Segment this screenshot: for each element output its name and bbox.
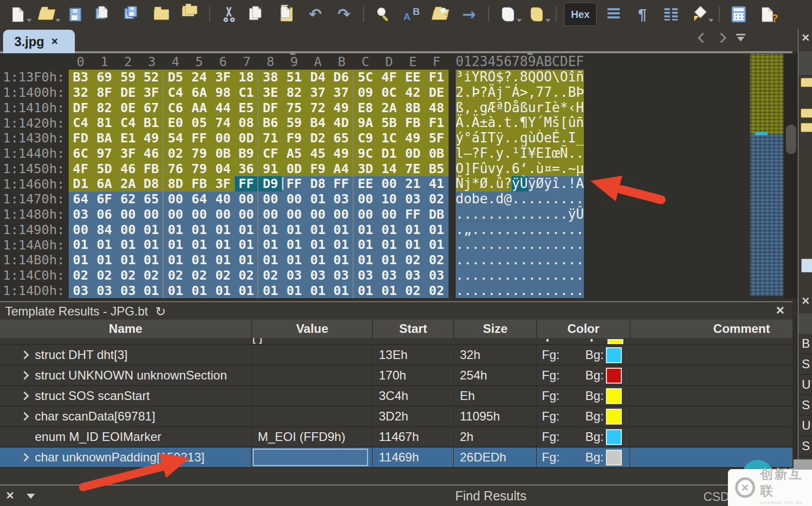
hex-byte-cell[interactable]: 49 (330, 100, 353, 116)
expand-chevron-icon[interactable] (21, 412, 29, 421)
tab-close-icon[interactable]: × (51, 36, 58, 47)
hex-byte-cell[interactable]: 03 (282, 268, 306, 283)
save-as-icon[interactable] (92, 4, 116, 25)
hex-byte-cell[interactable]: 00 (354, 207, 377, 222)
hex-byte-cell[interactable]: 02 (424, 192, 448, 207)
row-value-cell[interactable] (251, 448, 372, 467)
hex-byte-cell[interactable]: 0C (377, 85, 401, 100)
hex-byte-cell[interactable]: E1 (116, 131, 140, 146)
hex-byte-cell[interactable]: D8 (140, 176, 164, 192)
hex-byte-cell[interactable]: 02 (401, 283, 424, 299)
hex-byte-cell[interactable]: 01 (401, 222, 424, 238)
hex-byte-cell[interactable]: 03 (424, 268, 448, 283)
ascii-segment[interactable]: ..............ÿÛ (456, 207, 584, 222)
hex-byte-cell[interactable]: 01 (140, 252, 164, 268)
ascii-segment[interactable]: ³iYRÕ$?.8QÔÖ\Oîñ (456, 70, 584, 85)
new-file-icon[interactable] (6, 4, 30, 25)
hex-byte-cell[interactable]: 65 (140, 192, 164, 207)
hex-byte-cell[interactable]: 01 (306, 192, 330, 207)
hex-byte-cell[interactable]: 46 (140, 146, 164, 161)
ascii-cells[interactable]: ³iYRÕ$?.8QÔÖ\Oîñ (456, 70, 584, 85)
hex-byte-cell[interactable]: 5D (92, 161, 116, 177)
hex-byte-cell[interactable]: 01 (354, 283, 377, 299)
hex-byte-cell[interactable]: 0D (235, 131, 258, 146)
column-header-name[interactable]: Name (0, 320, 251, 338)
hex-byte-cell[interactable]: FF (330, 176, 353, 192)
ascii-cells[interactable]: ................ (456, 283, 584, 299)
hex-byte-cell[interactable]: 01 (258, 252, 282, 268)
hex-byte-cell[interactable]: 01 (354, 222, 377, 238)
hex-byte-cell[interactable]: 75 (282, 100, 306, 116)
hex-byte-cell[interactable]: C6 (164, 100, 187, 116)
hex-byte-cell[interactable]: 03 (401, 192, 424, 207)
hex-byte-cell[interactable]: 00 (211, 207, 235, 222)
hex-byte-cell[interactable]: 32 (69, 85, 92, 100)
hex-byte-cell[interactable]: 02 (424, 283, 448, 299)
hex-byte-cell[interactable]: 38 (258, 70, 282, 85)
hex-byte-cell[interactable]: 03 (330, 192, 353, 207)
save-icon[interactable] (64, 4, 87, 25)
hex-byte-cell[interactable]: 1C (377, 131, 401, 146)
hex-byte-cell[interactable]: 84 (92, 222, 116, 238)
hex-byte-cell[interactable]: E0 (164, 115, 187, 131)
ascii-cells[interactable]: ..............ÿÛ (456, 207, 584, 222)
hex-byte-cell[interactable]: FF (282, 176, 306, 192)
hex-byte-cell[interactable]: 02 (258, 268, 282, 283)
hex-byte-cell[interactable]: 3F (211, 176, 235, 192)
ascii-segment[interactable]: .„.............. (456, 222, 584, 238)
hex-byte-cell[interactable]: 8D (164, 176, 187, 192)
hex-byte-cell[interactable]: 21 (401, 176, 424, 192)
hex-byte-cell[interactable]: 59 (282, 115, 306, 131)
paste-icon[interactable] (275, 4, 298, 25)
hex-byte-cell[interactable]: 01 (306, 252, 330, 268)
hex-byte-cell[interactable]: 91 (258, 161, 282, 177)
file-color-minimap[interactable] (750, 54, 783, 296)
ascii-cells[interactable]: ................ (456, 237, 584, 252)
hex-byte-cell[interactable]: 3D (354, 161, 377, 177)
hex-byte-cell[interactable]: 3E (258, 85, 282, 100)
hex-byte-cell[interactable]: C4 (69, 115, 92, 131)
hex-byte-cell[interactable]: 5C (354, 70, 377, 85)
hex-byte-cell[interactable]: 01 (187, 283, 211, 299)
hex-byte-cell[interactable]: 79 (187, 161, 211, 177)
hex-byte-cell[interactable]: 52 (140, 70, 164, 85)
hex-byte-cell[interactable]: 98 (211, 85, 235, 100)
hex-byte-cell[interactable]: 81 (92, 115, 116, 131)
expand-chevron-icon[interactable] (21, 371, 29, 380)
hex-byte-cell[interactable]: D8 (306, 176, 330, 192)
hex-byte-cell[interactable]: 01 (330, 237, 353, 252)
template-row[interactable]: enum M_ID EOIMarkerM_EOI (FFD9h)11467h2h… (0, 427, 793, 448)
hex-byte-cell[interactable]: 01 (235, 237, 258, 252)
hex-byte-cell[interactable]: 01 (282, 222, 306, 238)
calculator-icon[interactable] (727, 4, 750, 25)
hex-byte-cell[interactable]: 36 (235, 161, 258, 177)
ascii-segment[interactable]: dobe.d@......... (456, 192, 584, 207)
hex-byte-cell[interactable]: 01 (330, 252, 353, 268)
hex-byte-cell[interactable]: 02 (116, 268, 140, 283)
hex-byte-cell[interactable]: 01 (282, 283, 306, 299)
hex-byte-cell[interactable]: B9 (235, 146, 258, 161)
hex-byte-cell[interactable]: 01 (235, 252, 258, 268)
hex-byte-cell[interactable]: 2A (116, 176, 140, 192)
hex-byte-cell[interactable]: 67 (140, 100, 164, 116)
hex-byte-cell[interactable]: 01 (211, 283, 235, 299)
hex-byte-cell[interactable]: FB (187, 176, 211, 192)
ascii-segment[interactable]: ß‚.gÆªDåßurIè*‹H (456, 100, 584, 116)
hex-byte-cell[interactable]: C9 (354, 131, 377, 146)
hex-byte-cell[interactable]: 02 (92, 268, 116, 283)
hex-byte-cell[interactable]: D4 (306, 70, 330, 85)
hex-byte-cell[interactable]: 5F (424, 131, 448, 146)
redo-icon[interactable]: ↷ (332, 4, 356, 25)
hex-byte-cell[interactable]: 00 (377, 176, 401, 192)
ascii-cells[interactable]: O]Fûvy.6‘.ù¤=.~µ (456, 161, 584, 177)
ascii-cells[interactable]: .„.............. (456, 222, 584, 238)
hex-byte-cell[interactable]: 08 (235, 115, 258, 131)
hex-byte-cell[interactable]: 8B (401, 100, 424, 116)
hex-byte-cell[interactable]: A5 (282, 146, 306, 161)
ascii-cells[interactable]: Ä.Ä±à.t.¶Y´Mš[ûñ (456, 115, 584, 131)
ascii-cells[interactable]: 2.Þ?Äj˜Á>‚77..BÞ (456, 85, 584, 100)
template-row[interactable]: struct UNKNOWN unknownSection170h254hFg:… (0, 366, 793, 386)
hex-byte-cell[interactable]: 00 (116, 222, 140, 238)
hex-byte-cell[interactable]: 82 (282, 85, 306, 100)
hex-byte-cell[interactable]: 02 (69, 268, 92, 283)
